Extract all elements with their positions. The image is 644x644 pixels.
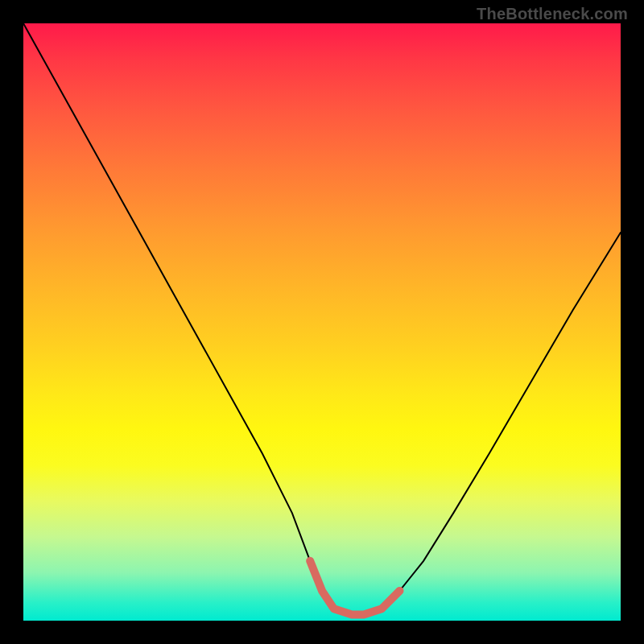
chart-container: TheBottleneck.com	[0, 0, 644, 644]
watermark-text: TheBottleneck.com	[477, 5, 628, 23]
bottleneck-curve-left	[23, 23, 352, 615]
chart-overlay	[23, 23, 621, 621]
bottleneck-curve-right	[352, 233, 621, 615]
bottleneck-marker	[310, 561, 399, 615]
